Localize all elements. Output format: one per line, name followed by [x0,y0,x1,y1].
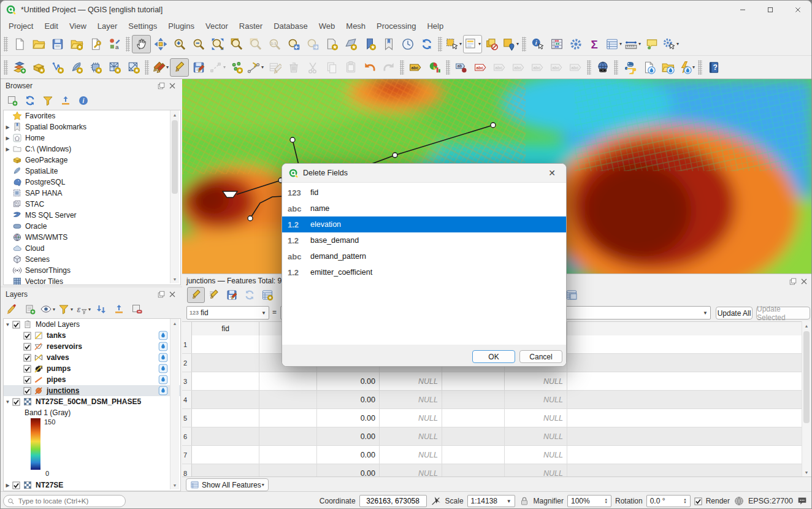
table-cell[interactable] [442,446,505,464]
toolbar-grip[interactable] [145,60,149,75]
table-cell[interactable]: 0.00 [317,391,380,408]
menu-item-settings[interactable]: Settings [123,20,163,33]
save-layer-edits-button[interactable] [189,58,208,77]
browser-item-sap-hana[interactable]: SAP HANA [4,188,180,199]
lock-icon[interactable] [519,496,530,507]
new-temporary-scratch-layer-button[interactable] [86,58,105,77]
zoom-out-button[interactable] [189,35,208,53]
float-panel-icon[interactable] [156,81,166,91]
deselect-all-button[interactable] [482,35,501,53]
refresh-map-button[interactable] [417,35,436,53]
layer-styling-button[interactable]: a [105,35,124,53]
show-spatial-bookmarks-button[interactable] [379,35,398,53]
table-cell[interactable]: NULL [380,427,442,445]
browser-item-cloud[interactable]: Cloud [4,243,180,254]
dropdown-arrow-icon[interactable]: ▾ [459,41,462,47]
show-all-features-button[interactable]: Show All Features ▾ [186,478,269,491]
table-cell[interactable] [192,354,259,372]
toolbar-grip[interactable] [698,60,702,75]
table-cell[interactable]: 0.00 [317,372,380,390]
layer-diagram-button[interactable] [425,58,444,77]
processing-toolbox-button[interactable] [566,35,585,53]
row-number[interactable]: 1 [182,335,192,353]
help-button[interactable]: ? [704,58,723,77]
browser-item-vector-tiles[interactable]: Vector Tiles [4,276,180,285]
toggle-editing-button[interactable] [170,58,189,77]
edit-indicator-icon[interactable] [158,353,168,362]
highlight-pinned-labels-button[interactable]: ab [452,58,471,77]
dropdown-arrow-icon[interactable]: ▾ [261,64,264,70]
render-checkbox[interactable] [694,497,702,505]
layer-checkbox[interactable] [23,354,31,362]
table-cell[interactable] [192,446,259,464]
new-geopackage-layer-button[interactable] [29,58,48,77]
multi-edit-mode-button[interactable] [205,287,223,303]
new-map-view-button[interactable] [322,35,341,53]
expander-icon[interactable]: ▶ [4,483,12,488]
table-cell[interactable] [192,335,259,353]
layer-checkbox[interactable] [23,376,31,384]
table-cell[interactable]: 0.00 [317,427,380,445]
data-source-manager-button[interactable] [10,58,29,77]
layer-checkbox[interactable] [23,387,31,395]
layer-item-model-layers[interactable]: ▼Model Layers [4,319,180,330]
browser-item-postgresql[interactable]: PostgreSQL [4,177,180,188]
field-item-fid[interactable]: 123fid [282,185,566,201]
properties-button[interactable]: i [74,93,92,109]
temporal-controller-button[interactable] [398,35,417,53]
ok-button[interactable]: OK [472,350,515,363]
new-mesh-layer-button[interactable] [124,58,143,77]
save-edits-button[interactable] [223,287,240,303]
toolbar-grip[interactable] [446,60,450,75]
menu-item-plugins[interactable]: Plugins [163,20,200,33]
scroll-up-icon[interactable]: ▲ [170,319,179,327]
new-spatial-bookmark-button[interactable] [360,35,379,53]
layer-checkbox[interactable] [23,365,31,373]
column-header-fid[interactable]: fid [192,322,259,335]
pan-to-selection-button[interactable] [151,35,170,53]
vertex-tool-button[interactable]: ▾ [246,58,265,77]
toolbar-grip[interactable] [587,60,591,75]
row-number[interactable]: 2 [182,354,192,372]
dropdown-arrow-icon[interactable]: ▾ [478,41,481,47]
menu-item-database[interactable]: Database [268,20,313,33]
expand-all-button[interactable] [92,301,110,317]
close-panel-icon[interactable] [799,277,809,286]
row-number[interactable]: 6 [182,427,192,445]
crs-value[interactable]: EPSG:27700 [748,497,793,505]
expander-icon[interactable]: ▶ [4,136,12,141]
dropdown-arrow-icon[interactable]: ▾ [53,307,55,312]
dropdown-arrow-icon[interactable]: ▾ [692,64,695,70]
browser-item-home[interactable]: ▶Home [4,132,180,144]
open-project-button[interactable] [29,35,48,53]
table-cell[interactable]: NULL [505,427,567,445]
toolbar-grip[interactable] [522,37,526,52]
table-cell[interactable] [192,409,259,427]
browser-item-spatialite[interactable]: SpatiaLite [4,166,180,177]
scroll-up-icon[interactable]: ▲ [170,110,179,119]
new-3d-map-view-button[interactable] [341,35,360,53]
style-manager-button[interactable] [67,35,86,53]
update-all-button[interactable]: Update All [716,307,753,320]
float-panel-icon[interactable] [156,289,166,299]
new-project-button[interactable] [10,35,29,53]
table-cell[interactable] [259,372,317,390]
attribute-table-button[interactable]: ▾ [604,35,623,53]
toggle-editing-button[interactable] [187,287,205,303]
edit-indicator-icon[interactable] [158,342,168,351]
layer-item-junctions[interactable]: junctions [4,385,180,396]
browser-item-geopackage[interactable]: GeoPackage [4,155,180,166]
refresh-browser-button[interactable] [21,93,39,109]
table-cell[interactable] [192,391,259,408]
save-project-button[interactable] [48,35,67,53]
field-item-elevation[interactable]: 1.2elevation [282,216,566,232]
current-edits-button[interactable]: ▾ [151,58,170,77]
table-cell[interactable]: NULL [505,464,567,476]
coordinate-input[interactable] [363,496,423,506]
field-item-demand_pattern[interactable]: abcdemand_pattern [282,248,566,264]
table-cell[interactable] [442,409,505,427]
toolbar-grip[interactable] [400,60,404,75]
row-number[interactable]: 5 [182,409,192,427]
browser-item-oracle[interactable]: Oracle [4,221,180,232]
magnifier-spinner[interactable]: 100% ▲▼ [567,495,611,507]
